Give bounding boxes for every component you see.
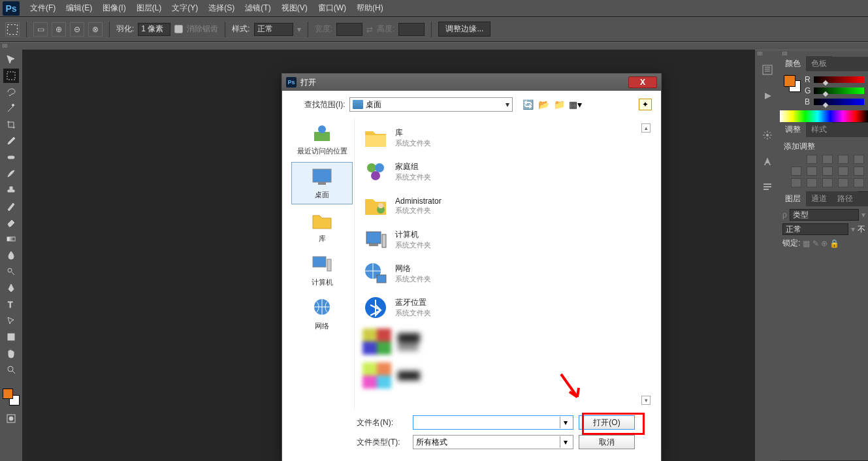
tool-preset-icon[interactable] (5, 22, 20, 37)
adjust-hue-icon[interactable] (807, 167, 817, 176)
blend-mode-select[interactable]: 正常 (782, 223, 848, 235)
adjust-bw-icon[interactable] (838, 167, 848, 176)
tab-styles[interactable]: 样式 (806, 122, 832, 137)
file-item-libraries[interactable]: 库系统文件夹 (360, 121, 647, 155)
gradient-tool[interactable] (3, 232, 19, 246)
history-brush-tool[interactable] (3, 199, 19, 214)
scroll-up-icon[interactable]: ▴ (641, 123, 651, 133)
spectrum-bar[interactable] (780, 110, 868, 122)
marquee-tool[interactable] (3, 69, 19, 83)
layer-filter-select[interactable]: 类型 (790, 209, 859, 221)
up-icon[interactable]: 📂 (538, 98, 551, 111)
dialog-titlebar[interactable]: Ps 打开 X (282, 74, 661, 91)
tab-adjustments[interactable]: 调整 (780, 122, 806, 137)
adjust-gradient-icon[interactable] (838, 178, 848, 187)
place-desktop[interactable]: 桌面 (291, 162, 353, 204)
r-slider[interactable] (814, 76, 864, 83)
menu-image[interactable]: 图像(I) (97, 0, 131, 16)
chevron-down-icon[interactable]: ▾ (560, 417, 570, 428)
magic-wand-tool[interactable] (3, 101, 19, 116)
star-icon[interactable]: ✦ (639, 99, 652, 110)
menu-view[interactable]: 视图(V) (276, 0, 313, 16)
b-slider[interactable] (814, 99, 864, 105)
antialias-checkbox[interactable] (174, 25, 183, 33)
file-item-bluetooth[interactable]: 蓝牙位置系统文件夹 (360, 291, 647, 325)
color-swatches[interactable] (3, 389, 20, 405)
menu-help[interactable]: 帮助(H) (351, 0, 389, 16)
tab-swatches[interactable]: 色板 (806, 56, 832, 71)
adjust-selective-icon[interactable] (854, 178, 864, 187)
view-menu-icon[interactable]: ▦▾ (569, 98, 582, 111)
place-recent[interactable]: 最近访问的位置 (291, 118, 353, 161)
new-selection-icon[interactable]: ▭ (33, 22, 48, 37)
file-item-image-2[interactable]: ████ (360, 358, 647, 392)
brush-panel-icon[interactable] (758, 126, 777, 144)
adjust-photo-icon[interactable] (854, 167, 864, 176)
place-network[interactable]: 网络 (291, 293, 353, 336)
eyedropper-tool[interactable] (3, 134, 19, 148)
adjust-invert-icon[interactable] (791, 178, 801, 187)
file-item-homegroup[interactable]: 家庭组系统文件夹 (360, 155, 647, 189)
crop-tool[interactable] (3, 118, 19, 132)
pen-tool[interactable] (3, 281, 19, 295)
style-select[interactable]: 正常 (254, 23, 293, 36)
adjust-brightness-icon[interactable] (807, 155, 817, 164)
file-item-network[interactable]: 网络系统文件夹 (360, 257, 647, 291)
cancel-button[interactable]: 取消 (579, 435, 635, 449)
scroll-down-icon[interactable]: ▾ (641, 396, 651, 405)
filename-combo[interactable]: ▾ (413, 415, 573, 430)
brush-tool[interactable] (3, 167, 19, 181)
tab-paths[interactable]: 路径 (832, 191, 858, 206)
panel-handle[interactable] (0, 42, 868, 49)
menu-edit[interactable]: 编辑(E) (61, 0, 97, 16)
file-item-computer[interactable]: 计算机系统文件夹 (360, 223, 647, 257)
filetype-combo[interactable]: 所有格式 ▾ (413, 435, 573, 449)
adjust-balance-icon[interactable] (822, 167, 833, 176)
move-tool[interactable] (3, 52, 19, 67)
quickmask-tool[interactable] (3, 411, 19, 426)
character-panel-icon[interactable] (758, 152, 777, 170)
healing-tool[interactable] (3, 150, 19, 165)
menu-select[interactable]: 选择(S) (203, 0, 240, 16)
adjust-curves-icon[interactable] (838, 155, 848, 164)
color-preview[interactable] (784, 75, 801, 92)
eraser-tool[interactable] (3, 215, 19, 230)
adjust-levels-icon[interactable] (822, 155, 833, 164)
newfolder-icon[interactable]: 📁 (553, 98, 566, 111)
close-button[interactable]: X (628, 76, 657, 88)
hand-tool[interactable] (3, 346, 19, 360)
menu-type[interactable]: 文字(Y) (167, 0, 203, 16)
place-computer[interactable]: 计算机 (291, 249, 353, 292)
menu-layer[interactable]: 图层(L) (131, 0, 167, 16)
zoom-tool[interactable] (3, 362, 19, 377)
menu-filter[interactable]: 滤镜(T) (240, 0, 276, 16)
paragraph-panel-icon[interactable] (758, 178, 777, 197)
tab-layers[interactable]: 图层 (780, 191, 806, 206)
tab-color[interactable]: 颜色 (780, 56, 806, 71)
tab-channels[interactable]: 通道 (806, 191, 832, 206)
subtract-selection-icon[interactable]: ⊖ (70, 22, 84, 37)
menu-window[interactable]: 窗口(W) (313, 0, 351, 16)
type-tool[interactable]: T (3, 297, 19, 311)
open-button[interactable]: 打开(O) (579, 415, 635, 430)
dodge-tool[interactable] (3, 264, 19, 279)
blur-tool[interactable] (3, 248, 19, 262)
lasso-tool[interactable] (3, 85, 19, 99)
menu-file[interactable]: 文件(F) (25, 0, 61, 16)
foreground-color[interactable] (3, 389, 13, 399)
path-select-tool[interactable] (3, 313, 19, 328)
chevron-down-icon[interactable]: ▾ (560, 436, 570, 448)
file-item-administrator[interactable]: Administrator系统文件夹 (360, 189, 647, 223)
stamp-tool[interactable] (3, 183, 19, 197)
history-panel-icon[interactable] (758, 61, 777, 79)
place-libraries[interactable]: 库 (291, 206, 353, 248)
shape-tool[interactable] (3, 330, 19, 344)
adjust-threshold-icon[interactable] (822, 178, 833, 187)
file-list[interactable]: ▴ 库系统文件夹 家庭组系统文件夹 Administrator系统文件夹 计算机… (354, 118, 652, 410)
file-item-image-1[interactable]: ████████ (360, 325, 647, 358)
back-icon[interactable]: 🔄 (522, 98, 535, 111)
lookin-combo[interactable]: 桌面 ▾ (349, 97, 513, 112)
adjust-poster-icon[interactable] (807, 178, 817, 187)
panel-handle[interactable] (755, 50, 780, 57)
refine-edge-button[interactable]: 调整边缘... (438, 22, 490, 37)
